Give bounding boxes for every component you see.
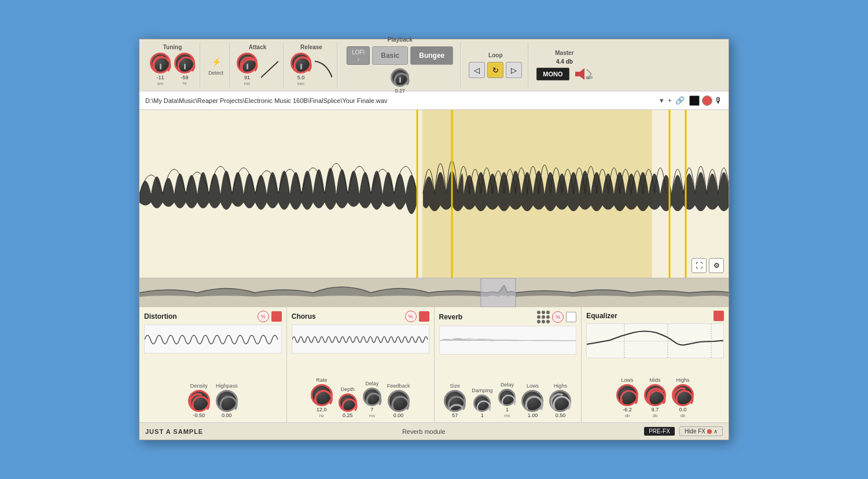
distortion-toggle[interactable] — [271, 311, 282, 322]
chorus-delay-container: Delay 7 ms — [363, 381, 381, 419]
chorus-feedback-label: Feedback — [387, 383, 410, 389]
reverb-toggle[interactable] — [566, 312, 576, 322]
waveform-controls: ⛶ ⚙ — [692, 258, 724, 273]
chorus-toggle[interactable] — [419, 311, 429, 322]
waveform-svg — [139, 110, 729, 278]
release-knob[interactable] — [290, 53, 311, 73]
filepath-dropdown[interactable]: ▾ — [660, 96, 664, 105]
loop-end-button[interactable]: ▷ — [506, 62, 522, 78]
attack-row: 91 ms — [237, 53, 278, 86]
mini-waveform[interactable] — [139, 278, 729, 307]
reverb-size-container: Size 57 — [444, 383, 466, 419]
chorus-wave-svg — [292, 325, 429, 353]
chorus-header: Chorus % — [292, 311, 429, 322]
eq-highs-label: Highs — [676, 377, 690, 383]
distortion-panel: Distortion % Density — [139, 307, 287, 422]
chorus-rate-container: Rate 12.0 hz — [311, 377, 333, 419]
reverb-dots-icon — [537, 311, 550, 323]
distortion-knobs: Density -0.50 Highpass — [144, 357, 282, 419]
detect-button[interactable]: ⚡ Detect — [208, 55, 223, 76]
tuning-section: Tuning -11 sm — [145, 43, 200, 87]
reverb-wave — [439, 326, 577, 355]
reverb-damping-container: Damping 1 — [472, 388, 492, 419]
playback-speed-knob[interactable] — [391, 68, 409, 87]
reverb-lows-knob[interactable] — [521, 390, 543, 412]
master-row: MONO — [536, 67, 592, 81]
tuning-sm-knob[interactable] — [150, 53, 171, 73]
chorus-feedback-knob[interactable] — [388, 390, 410, 412]
highpass-knob[interactable] — [216, 390, 238, 412]
color-swatch-red[interactable] — [702, 95, 712, 106]
equalizer-title: Equalizer — [586, 312, 617, 320]
equalizer-toggle[interactable] — [713, 311, 724, 321]
release-knob-container: 5.0 sec — [290, 53, 311, 86]
master-db-value: 4.4 db — [556, 58, 573, 65]
playback-label: Playback — [387, 36, 412, 43]
filepath-add[interactable]: + — [667, 96, 672, 105]
attack-knob[interactable] — [237, 53, 258, 73]
reverb-delay-label: Delay — [501, 382, 514, 388]
tuning-sm-value: -11 sm — [156, 75, 164, 86]
eq-mids-knob[interactable] — [644, 384, 666, 406]
volume-icon[interactable] — [574, 67, 593, 81]
equalizer-header: Equalizer — [586, 311, 724, 321]
distortion-pct-button[interactable]: % — [258, 311, 269, 322]
density-container: Density -0.50 — [188, 383, 210, 419]
eq-mids-value: 9.7 db — [652, 407, 659, 419]
toolbar: Tuning -11 sm — [139, 39, 729, 91]
color-swatch-black[interactable] — [689, 95, 700, 106]
chorus-pct-button[interactable]: % — [405, 311, 417, 322]
reverb-highs-container: Highs 0.50 — [549, 383, 571, 419]
reverb-panel: Reverb % — [435, 307, 582, 422]
basic-button[interactable]: Basic — [372, 46, 408, 65]
app-name: JUST A SAMPLE — [145, 428, 203, 435]
filepath-right: 🎙 — [689, 95, 723, 106]
bungee-button[interactable]: Bungee — [410, 46, 453, 65]
loop-start-button[interactable]: ◁ — [469, 62, 485, 78]
loop-section: Loop ◁ ↻ ▷ — [463, 43, 528, 87]
eq-highs-knob[interactable] — [672, 384, 694, 406]
hide-fx-button[interactable]: Hide FX ∧ — [679, 426, 723, 436]
playback-buttons: LOFI ♪ Basic Bungee — [347, 46, 453, 65]
reverb-highs-value: 0.50 — [556, 413, 566, 419]
distortion-wave-svg — [145, 325, 281, 353]
waveform-area[interactable]: ⛶ ⚙ — [139, 110, 729, 278]
loop-toggle-button[interactable]: ↻ — [487, 62, 503, 78]
chorus-delay-knob[interactable] — [363, 388, 381, 406]
reverb-pct-button[interactable]: % — [552, 311, 564, 323]
attack-label: Attack — [249, 44, 267, 50]
mini-waveform-svg — [139, 278, 729, 307]
module-name: Reverb module — [402, 428, 446, 435]
filepath-link[interactable]: 🔗 — [675, 96, 685, 105]
chorus-rate-knob[interactable] — [311, 384, 333, 406]
chorus-controls: % — [405, 311, 429, 322]
density-value: -0.50 — [193, 413, 205, 419]
attack-knob-container: 91 ms — [237, 53, 258, 86]
reverb-damping-knob[interactable] — [473, 395, 491, 412]
detect-icon: ⚡ — [209, 55, 223, 69]
tuning-pct-knob[interactable] — [174, 53, 195, 73]
playback-speed-value: 0.27 — [395, 88, 405, 94]
density-knob[interactable] — [188, 390, 210, 412]
detect-section: ⚡ Detect — [203, 43, 230, 87]
pre-fx-button[interactable]: PRE-FX — [644, 427, 675, 436]
eq-lows-knob[interactable] — [616, 384, 638, 406]
release-curve — [315, 59, 332, 80]
reverb-delay-knob[interactable] — [498, 389, 516, 406]
eq-highs-value: 0.0 db — [679, 407, 687, 419]
chorus-depth-knob[interactable] — [339, 393, 357, 412]
waveform-expand-button[interactable]: ⛶ — [692, 258, 707, 273]
hide-fx-indicator — [707, 429, 712, 434]
waveform-settings-button[interactable]: ⚙ — [709, 258, 724, 273]
reverb-highs-knob[interactable] — [549, 390, 571, 412]
chorus-wave — [292, 325, 429, 353]
mic-icon[interactable]: 🎙 — [715, 96, 723, 105]
lofi-button[interactable]: LOFI ♪ — [347, 46, 370, 65]
reverb-delay-value: 1 ms — [504, 407, 510, 419]
svg-rect-5 — [586, 76, 593, 79]
svg-line-0 — [261, 61, 278, 78]
chorus-rate-label: Rate — [316, 377, 327, 383]
mono-button[interactable]: MONO — [536, 68, 569, 80]
eq-mids-label: Mids — [650, 377, 661, 383]
reverb-size-knob[interactable] — [444, 390, 466, 412]
